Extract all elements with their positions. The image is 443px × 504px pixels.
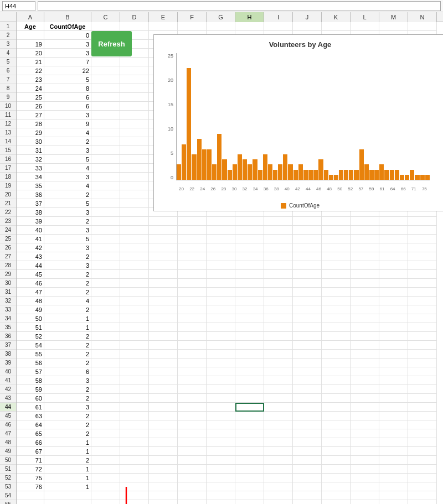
cell-empty[interactable]: [293, 500, 322, 504]
cell-empty[interactable]: [178, 226, 207, 235]
cell-empty[interactable]: [408, 482, 437, 491]
cell-empty[interactable]: [120, 429, 149, 438]
cell-empty[interactable]: [408, 385, 437, 394]
cell-empty[interactable]: [351, 261, 379, 270]
cell-empty[interactable]: [408, 358, 437, 367]
table-row[interactable]: 661: [17, 438, 437, 447]
cell-empty[interactable]: [207, 358, 235, 367]
table-row[interactable]: 415: [17, 235, 437, 243]
cell-empty[interactable]: [351, 332, 379, 341]
cell-empty[interactable]: [235, 420, 264, 429]
cell-empty[interactable]: [120, 261, 149, 270]
cell-age[interactable]: 58: [17, 376, 44, 385]
cell-empty[interactable]: [322, 482, 351, 491]
cell-empty[interactable]: [379, 261, 408, 270]
cell-empty[interactable]: [149, 243, 178, 252]
cell-age[interactable]: 44: [17, 261, 44, 270]
cell-empty[interactable]: [293, 420, 322, 429]
cell-empty[interactable]: [322, 243, 351, 252]
cell-age[interactable]: 21: [17, 58, 44, 66]
col-header-L[interactable]: L: [351, 12, 379, 22]
cell-empty[interactable]: [379, 456, 408, 465]
cell-count[interactable]: 9: [44, 119, 91, 128]
cell-empty[interactable]: [91, 119, 120, 128]
cell-empty[interactable]: [207, 412, 235, 420]
cell-empty[interactable]: [178, 217, 207, 226]
cell-empty[interactable]: [351, 22, 379, 31]
cell-count[interactable]: CountOfAge: [44, 22, 91, 31]
cell-empty[interactable]: [178, 314, 207, 323]
table-row[interactable]: 712: [17, 456, 437, 465]
cell-count[interactable]: 2: [44, 332, 91, 341]
cell-empty[interactable]: [264, 420, 293, 429]
cell-empty[interactable]: [207, 385, 235, 394]
cell-age[interactable]: 50: [17, 314, 44, 323]
cell-empty[interactable]: [207, 376, 235, 385]
table-row[interactable]: 562: [17, 358, 437, 367]
cell-count[interactable]: 2: [44, 350, 91, 358]
cell-count[interactable]: 6: [44, 367, 91, 376]
cell-age[interactable]: 51: [17, 323, 44, 332]
cell-empty[interactable]: [408, 456, 437, 465]
cell-empty[interactable]: [293, 297, 322, 305]
cell-empty[interactable]: [91, 447, 120, 456]
cell-empty[interactable]: [120, 279, 149, 288]
table-row[interactable]: 522: [17, 332, 437, 341]
col-header-N[interactable]: N: [408, 12, 437, 22]
cell-empty[interactable]: [322, 22, 351, 31]
cell-empty[interactable]: [178, 341, 207, 350]
cell-count[interactable]: 4: [44, 164, 91, 173]
cell-empty[interactable]: [379, 358, 408, 367]
cell-empty[interactable]: [149, 482, 178, 491]
cell-empty[interactable]: [91, 261, 120, 270]
cell-empty[interactable]: [379, 341, 408, 350]
cell-empty[interactable]: [322, 279, 351, 288]
cell-empty[interactable]: [408, 367, 437, 376]
cell-empty[interactable]: [91, 58, 120, 66]
cell-empty[interactable]: [322, 465, 351, 474]
cell-empty[interactable]: [120, 102, 149, 111]
cell-empty[interactable]: [408, 314, 437, 323]
cell-empty[interactable]: [264, 314, 293, 323]
cell-empty[interactable]: [149, 279, 178, 288]
cell-empty[interactable]: [178, 385, 207, 394]
cell-age[interactable]: 65: [17, 429, 44, 438]
cell-age[interactable]: 48: [17, 297, 44, 305]
cell-empty[interactable]: [408, 217, 437, 226]
cell-empty[interactable]: [149, 420, 178, 429]
cell-empty[interactable]: [235, 323, 264, 332]
cell-empty[interactable]: [91, 332, 120, 341]
cell-empty[interactable]: [207, 226, 235, 235]
cell-empty[interactable]: [322, 491, 351, 500]
cell-empty[interactable]: [120, 66, 149, 75]
cell-empty[interactable]: [120, 199, 149, 208]
cell-empty[interactable]: [293, 279, 322, 288]
cell-count[interactable]: 2: [44, 456, 91, 465]
cell-empty[interactable]: [322, 420, 351, 429]
cell-empty[interactable]: [379, 235, 408, 243]
cell-empty[interactable]: [178, 500, 207, 504]
cell-empty[interactable]: [322, 358, 351, 367]
table-row[interactable]: 403: [17, 226, 437, 235]
cell-empty[interactable]: [379, 438, 408, 447]
cell-empty[interactable]: [379, 394, 408, 403]
cell-empty[interactable]: [120, 465, 149, 474]
cell-empty[interactable]: [120, 403, 149, 412]
cell-age[interactable]: 36: [17, 190, 44, 199]
cell-count[interactable]: 2: [44, 429, 91, 438]
cell-empty[interactable]: [120, 119, 149, 128]
cell-empty[interactable]: [351, 403, 379, 412]
cell-empty[interactable]: [91, 420, 120, 429]
cell-empty[interactable]: [379, 243, 408, 252]
cell-age[interactable]: 60: [17, 394, 44, 403]
cell-empty[interactable]: [120, 146, 149, 155]
cell-empty[interactable]: [91, 367, 120, 376]
cell-count[interactable]: 3: [44, 261, 91, 270]
cell-empty[interactable]: [91, 297, 120, 305]
cell-empty[interactable]: [351, 420, 379, 429]
cell-empty[interactable]: [207, 305, 235, 314]
cell-empty[interactable]: [91, 279, 120, 288]
cell-empty[interactable]: [91, 181, 120, 190]
cell-empty[interactable]: [408, 500, 437, 504]
cell-empty[interactable]: [408, 243, 437, 252]
